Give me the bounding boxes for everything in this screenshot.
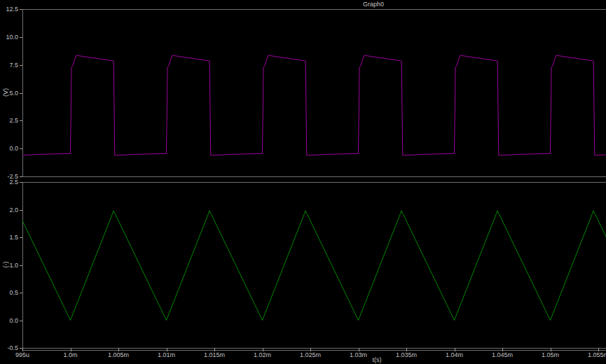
y-tick-label: 2.5	[9, 178, 18, 186]
x-tick-label: 1.045m	[492, 351, 513, 358]
trace-square-wave-output	[22, 55, 606, 155]
x-tick-label: 1.02m	[254, 351, 271, 358]
graph-window: Graph0 (V) (-) 12.510.07.55.02.50.0-2.52…	[0, 0, 606, 364]
x-tick-label: 1.035m	[396, 351, 417, 358]
x-tick-label: 995u	[15, 351, 29, 358]
y-tick-label: 10.0	[6, 34, 18, 41]
y-tick-label: 5.0	[9, 90, 18, 97]
y-tick-label: 0.0	[9, 145, 18, 152]
x-axis-label: t(s)	[356, 356, 398, 363]
x-tick-label: 1.005m	[108, 351, 129, 358]
y-tick-label: 7.5	[9, 62, 18, 69]
graphs-canvas[interactable]: 12.510.07.55.02.50.0-2.52.52.01.51.00.50…	[0, 0, 606, 364]
y-tick-label: 2.5	[9, 117, 18, 124]
x-tick-label: 1.01m	[158, 351, 175, 358]
x-tick-label: 1.0m	[63, 351, 77, 358]
y-tick-label: 0.5	[9, 289, 18, 296]
y-tick-label: -0.5	[7, 344, 18, 351]
trace-triangle-wave-output	[22, 211, 606, 320]
x-tick-label: 1.055m	[588, 351, 606, 358]
x-tick-label: 1.015m	[204, 351, 225, 358]
y-tick-label: 0.0	[9, 317, 18, 324]
y-tick-label: 1.5	[9, 234, 18, 241]
x-tick-label: 1.05m	[542, 351, 559, 358]
x-tick-label: 1.025m	[300, 351, 321, 358]
y-tick-label: 1.0	[9, 262, 18, 269]
x-tick-label: 1.04m	[446, 351, 463, 358]
y-tick-label: 12.5	[6, 6, 18, 13]
y-tick-label: 2.0	[9, 206, 18, 214]
